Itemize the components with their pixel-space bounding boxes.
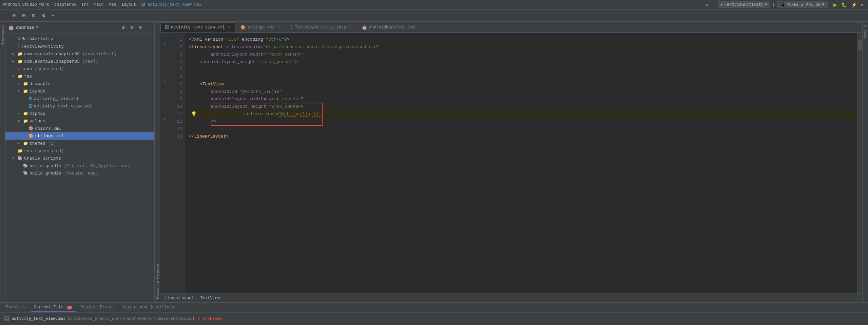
tab-close-btn4[interactable]: × <box>418 25 422 30</box>
tree-item-test[interactable]: ▶ 📁 com.example.chapter03 (test) <box>5 58 154 65</box>
bottom-tabs: Problems Current File 2 Project Errors L… <box>0 303 868 313</box>
main-toolbar: ⊕ ⊟ ⊠ ⚙ − <box>0 9 868 22</box>
debug-button[interactable]: 🐛 <box>840 1 849 8</box>
tree-item-mipmap[interactable]: ▶ 📁 mipmap <box>5 110 154 117</box>
breadcrumb-item[interactable]: main <box>94 2 104 7</box>
tab-activity-text-view[interactable]: 🖼 activity_text_view.xml × <box>160 22 235 33</box>
breadcrumb-item[interactable]: res <box>109 2 116 7</box>
tree-item-build-gradle-module[interactable]: 🐘 build.gradle (Module: app) <box>5 169 154 177</box>
hint-lightbulb-icon[interactable]: 💡 <box>191 110 197 118</box>
themes-icon: 📁 <box>23 141 28 146</box>
code-line-6 <box>189 73 857 81</box>
run-button[interactable]: ▶ <box>832 1 839 8</box>
project-collapse-btn[interactable]: ⊟ <box>128 24 135 31</box>
tab-layout-qualifiers[interactable]: Layout and Qualifiers <box>119 304 177 312</box>
breadcrumb-item[interactable]: chapter03 <box>54 2 76 7</box>
sync-icon[interactable]: ↺ <box>706 2 709 7</box>
tab-current-file[interactable]: Current File 2 <box>31 304 76 312</box>
breadcrumb-item[interactable]: layout <box>121 2 136 7</box>
breadcrumb-linearlayout[interactable]: LinearLayout <box>165 296 194 301</box>
bookmarks-label[interactable]: Bookmarks <box>0 22 5 47</box>
mipmap-icon: 📁 <box>23 111 28 116</box>
toolbar-sync-btn[interactable]: ⊕ <box>10 12 18 19</box>
attach-debugger-button[interactable]: ⚡ <box>849 1 859 8</box>
colors-icon: 🎨 <box>28 126 34 131</box>
toolbar-align-btn[interactable]: ⊠ <box>30 12 38 19</box>
fold-icon-7[interactable]: ▼ <box>163 80 166 84</box>
tab-project-errors[interactable]: Project Errors <box>77 304 118 312</box>
toolbar-minus-btn[interactable]: − <box>50 12 57 19</box>
tree-item-activity-main[interactable]: 🖼 activity_main.xml <box>5 95 154 102</box>
tab-textviewactivity[interactable]: C TextViewActivity.java × <box>286 22 357 33</box>
tree-item-mainactivity[interactable]: C MainActivity <box>5 35 154 43</box>
code-line-1: <?xml version="1.0" encoding="utf-8"?> <box>189 36 857 43</box>
tab-problems[interactable]: Problems <box>3 304 29 312</box>
code-line-12: /> <box>189 118 857 125</box>
tree-item-colors[interactable]: 🎨 colors.xml <box>5 125 154 132</box>
tab-close-btn[interactable]: × <box>227 25 231 30</box>
tab-label: activity_text_view.xml <box>171 25 225 30</box>
status-path: D:\Android_Studio_work\chapter03\src\mai… <box>68 317 195 321</box>
tab-strings-icon: 🎨 <box>240 25 246 30</box>
code-line-3: android:layout_width="match_parent" <box>189 51 857 58</box>
scroll-thumb[interactable] <box>859 40 862 50</box>
tab-close-btn3[interactable]: × <box>348 25 352 30</box>
right-scrollbar[interactable] <box>857 33 862 293</box>
code-label-text: ≡ Code <box>863 25 867 39</box>
breadcrumb-item[interactable]: src <box>81 2 89 7</box>
code-editor[interactable]: ▼ ▼ ▼ 1 2 3 4 5 6 <box>160 33 862 293</box>
toolbar-layout-btn[interactable]: ⊟ <box>20 12 28 19</box>
toolbar-settings-btn[interactable]: ⚙ <box>40 12 48 19</box>
tree-item-textviewactivity[interactable]: C TextViewActivity <box>5 43 154 50</box>
tree-item-activity-textview[interactable]: 🖼 activity_text_view.xml <box>5 102 154 110</box>
tree-item-gradle-scripts[interactable]: ▼ 🐘 Gradle Scripts <box>5 155 154 162</box>
tree-item-values[interactable]: ▼ 📁 values <box>5 117 154 125</box>
run-config-dropdown[interactable]: ▶ TextViewActivity ▼ <box>718 1 771 8</box>
code-content[interactable]: <?xml version="1.0" encoding="utf-8"?> <… <box>185 33 857 293</box>
project-close-btn[interactable]: − <box>146 24 152 31</box>
fold-icon-12[interactable]: ▼ <box>163 117 166 121</box>
breadcrumb-item[interactable]: Android_Studio_work <box>3 2 49 7</box>
tab-close-btn2[interactable]: × <box>276 25 281 30</box>
status-file-icon: 🖼 <box>4 316 9 322</box>
device-dropdown[interactable]: 📱 Pixel 2 API 30 ▼ <box>777 1 828 8</box>
tree-item-java-generated[interactable]: ☕ java (generated) <box>5 65 154 73</box>
run-config-label: TextViewActivity <box>725 2 764 7</box>
strings-icon: 🎨 <box>28 134 34 139</box>
project-panel: 🤖 Android ▼ ⊕ ⊟ ⚙ − C MainActivity <box>5 22 155 302</box>
drawable-icon: 📁 <box>23 81 28 86</box>
code-line-5 <box>189 66 857 73</box>
bottom-panel: Problems Current File 2 Project Errors L… <box>0 302 868 325</box>
class-icon: C <box>18 37 20 41</box>
resource-manager-label[interactable]: Resource Manager <box>155 22 160 302</box>
project-gear-btn[interactable]: ⊕ <box>120 24 127 31</box>
code-line-13 <box>189 125 857 133</box>
gradle-scripts-icon: 🐘 <box>18 156 23 161</box>
stop-button[interactable]: ■ <box>859 1 865 8</box>
tree-item-layout[interactable]: ▼ 📁 layout <box>5 87 154 95</box>
gradle-icon2: 🐘 <box>23 171 28 176</box>
tree-item-build-gradle-project[interactable]: 🐘 build.gradle (Project: My_Application) <box>5 162 154 169</box>
android-logo: 🤖 <box>8 25 14 31</box>
tree-item-androidtest[interactable]: ▶ 📁 com.example.chapter03 (androidTest) <box>5 50 154 58</box>
tree-item-res[interactable]: ▼ 📁 res <box>5 73 154 80</box>
device-label: Pixel 2 API 30 <box>787 2 821 7</box>
tab-androidmanifest[interactable]: 🤖 AndroidManifest.xml × <box>358 22 426 33</box>
tree-item-strings[interactable]: 🎨 strings.xml <box>5 132 154 140</box>
project-tree[interactable]: C MainActivity C TextViewActivity ▶ 📁 co… <box>5 34 154 302</box>
main-area: Bookmarks 🤖 Android ▼ ⊕ ⊟ ⚙ − C <box>0 22 868 302</box>
project-settings-btn[interactable]: ⚙ <box>137 24 144 31</box>
status-bar: 🖼 activity_text_view.xml D:\Android_Stud… <box>0 313 868 325</box>
folder-icon2: 📁 <box>18 59 23 64</box>
fold-icon-2[interactable]: ▼ <box>163 43 166 46</box>
tab-strings[interactable]: 🎨 strings.xml × <box>236 22 285 33</box>
tree-item-drawable[interactable]: ▶ 📁 drawable <box>5 80 154 87</box>
code-line-8: android:id="@+id/tv_liujie" <box>189 88 857 96</box>
breadcrumb-textview[interactable]: TextView <box>200 296 220 301</box>
project-panel-header: 🤖 Android ▼ ⊕ ⊟ ⚙ − <box>5 22 154 34</box>
breadcrumb-item[interactable]: 🖼 activity_text_view.xml <box>141 2 201 7</box>
top-breadcrumb: Android_Studio_work › chapter03 › src › … <box>0 0 868 9</box>
tree-item-res-generated[interactable]: 📁 res (generated) <box>5 147 154 155</box>
tree-item-themes[interactable]: ▶ 📁 themes (2) <box>5 140 154 147</box>
code-panel-label[interactable]: ≡ Code <box>862 22 868 302</box>
